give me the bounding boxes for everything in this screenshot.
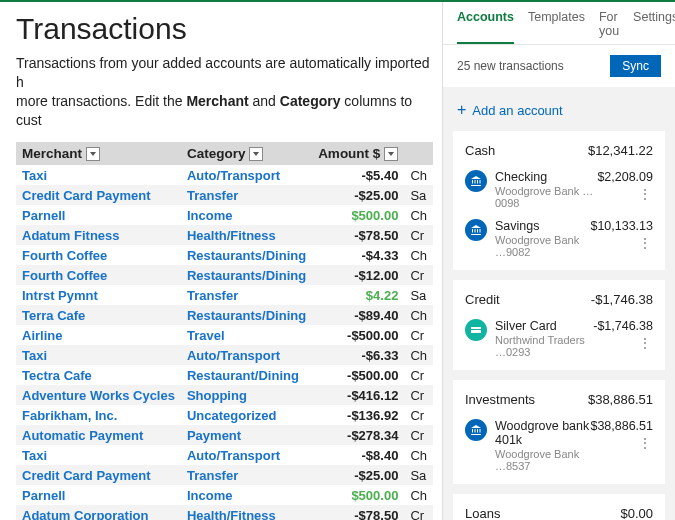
account-balance: $10,133.13 xyxy=(590,219,653,233)
tab-settings[interactable]: Settings xyxy=(633,10,675,44)
cell-merchant[interactable]: Taxi xyxy=(16,445,181,465)
cell-merchant[interactable]: Taxi xyxy=(16,165,181,185)
cell-category[interactable]: Auto/Transport xyxy=(181,445,312,465)
account-name: Checking xyxy=(495,170,597,184)
cell-merchant[interactable]: Fourth Coffee xyxy=(16,265,181,285)
table-row[interactable]: ParnellIncome$500.00Ch xyxy=(16,205,433,225)
group-balance: $12,341.22 xyxy=(588,143,653,158)
cell-category[interactable]: Travel xyxy=(181,325,312,345)
col-amount[interactable]: Amount $ xyxy=(312,142,404,165)
col-payee xyxy=(404,142,433,165)
cell-payee: Sa xyxy=(404,185,433,205)
cell-category[interactable]: Restaurants/Dining xyxy=(181,265,312,285)
cell-merchant[interactable]: Taxi xyxy=(16,345,181,365)
cell-merchant[interactable]: Fourth Coffee xyxy=(16,245,181,265)
account-item[interactable]: SavingsWoodgrove Bank …9082$10,133.13⋮ xyxy=(465,219,653,258)
account-item[interactable]: Woodgrove bank 401kWoodgrove Bank …8537$… xyxy=(465,419,653,472)
cell-merchant[interactable]: Adatum Fitness xyxy=(16,225,181,245)
bank-icon xyxy=(465,419,487,441)
cell-category[interactable]: Auto/Transport xyxy=(181,345,312,365)
col-merchant[interactable]: Merchant xyxy=(16,142,181,165)
cell-merchant[interactable]: Automatic Payment xyxy=(16,425,181,445)
account-item[interactable]: Silver CardNorthwind Traders …0293-$1,74… xyxy=(465,319,653,358)
cell-category[interactable]: Uncategorized xyxy=(181,405,312,425)
table-row[interactable]: Credit Card PaymentTransfer-$25.00Sa xyxy=(16,465,433,485)
table-row[interactable]: Adventure Works CyclesShopping-$416.12Cr xyxy=(16,385,433,405)
table-row[interactable]: TaxiAuto/Transport-$5.40Ch xyxy=(16,165,433,185)
cell-category[interactable]: Health/Fitness xyxy=(181,225,312,245)
cell-payee: Sa xyxy=(404,285,433,305)
dropdown-icon[interactable] xyxy=(249,147,263,161)
tab-for-you[interactable]: For you xyxy=(599,10,619,44)
cell-payee: Cr xyxy=(404,385,433,405)
cell-merchant[interactable]: Terra Cafe xyxy=(16,305,181,325)
cell-merchant[interactable]: Credit Card Payment xyxy=(16,185,181,205)
group-name: Loans xyxy=(465,506,500,520)
cell-merchant[interactable]: Parnell xyxy=(16,205,181,225)
panel-tabs: Accounts Templates For you Settings xyxy=(443,2,675,45)
accounts-panel: Accounts Templates For you Settings 25 n… xyxy=(442,2,675,520)
more-icon[interactable]: ⋮ xyxy=(590,235,653,251)
table-row[interactable]: ParnellIncome$500.00Ch xyxy=(16,485,433,505)
cell-category[interactable]: Restaurants/Dining xyxy=(181,245,312,265)
cell-payee: Cr xyxy=(404,265,433,285)
account-balance: -$1,746.38 xyxy=(593,319,653,333)
cell-payee: Cr xyxy=(404,325,433,345)
cell-amount: $4.22 xyxy=(312,285,404,305)
table-row[interactable]: Adatum CorporationHealth/Fitness-$78.50C… xyxy=(16,505,433,520)
cell-merchant[interactable]: Credit Card Payment xyxy=(16,465,181,485)
cell-merchant[interactable]: Airline xyxy=(16,325,181,345)
table-row[interactable]: Credit Card PaymentTransfer-$25.00Sa xyxy=(16,185,433,205)
cell-payee: Sa xyxy=(404,465,433,485)
cell-payee: Ch xyxy=(404,165,433,185)
cell-category[interactable]: Payment xyxy=(181,425,312,445)
table-row[interactable]: AirlineTravel-$500.00Cr xyxy=(16,325,433,345)
cell-category[interactable]: Income xyxy=(181,205,312,225)
table-row[interactable]: Tectra CafeRestaurant/Dining-$500.00Cr xyxy=(16,365,433,385)
more-icon[interactable]: ⋮ xyxy=(593,335,653,351)
cell-merchant[interactable]: Adventure Works Cycles xyxy=(16,385,181,405)
cell-payee: Ch xyxy=(404,305,433,325)
sync-button[interactable]: Sync xyxy=(610,55,661,77)
table-row[interactable]: Adatum FitnessHealth/Fitness-$78.50Cr xyxy=(16,225,433,245)
cell-category[interactable]: Auto/Transport xyxy=(181,165,312,185)
cell-category[interactable]: Restaurant/Dining xyxy=(181,365,312,385)
cell-amount: -$8.40 xyxy=(312,445,404,465)
table-row[interactable]: Fourth CoffeeRestaurants/Dining-$12.00Cr xyxy=(16,265,433,285)
add-account-link[interactable]: + Add an account xyxy=(453,97,665,131)
plus-icon: + xyxy=(457,101,466,119)
col-category[interactable]: Category xyxy=(181,142,312,165)
cell-category[interactable]: Shopping xyxy=(181,385,312,405)
table-row[interactable]: TaxiAuto/Transport-$8.40Ch xyxy=(16,445,433,465)
more-icon[interactable]: ⋮ xyxy=(590,435,653,451)
group-name: Credit xyxy=(465,292,500,307)
cell-merchant[interactable]: Intrst Pymnt xyxy=(16,285,181,305)
tab-accounts[interactable]: Accounts xyxy=(457,10,514,44)
cell-amount: -$25.00 xyxy=(312,465,404,485)
more-icon[interactable]: ⋮ xyxy=(597,186,653,202)
table-row[interactable]: Automatic PaymentPayment-$278.34Cr xyxy=(16,425,433,445)
cell-merchant[interactable]: Fabrikham, Inc. xyxy=(16,405,181,425)
table-row[interactable]: Fourth CoffeeRestaurants/Dining-$4.33Ch xyxy=(16,245,433,265)
cell-merchant[interactable]: Adatum Corporation xyxy=(16,505,181,520)
account-group: Cash$12,341.22CheckingWoodgrove Bank …00… xyxy=(453,131,665,270)
cell-payee: Cr xyxy=(404,425,433,445)
table-row[interactable]: Fabrikham, Inc.Uncategorized-$136.92Cr xyxy=(16,405,433,425)
cell-category[interactable]: Transfer xyxy=(181,285,312,305)
account-item[interactable]: CheckingWoodgrove Bank …0098$2,208.09⋮ xyxy=(465,170,653,209)
tab-templates[interactable]: Templates xyxy=(528,10,585,44)
cell-category[interactable]: Restaurants/Dining xyxy=(181,305,312,325)
bank-icon xyxy=(465,170,487,192)
cell-category[interactable]: Income xyxy=(181,485,312,505)
cell-merchant[interactable]: Tectra Cafe xyxy=(16,365,181,385)
table-row[interactable]: Terra CafeRestaurants/Dining-$89.40Ch xyxy=(16,305,433,325)
table-row[interactable]: TaxiAuto/Transport-$6.33Ch xyxy=(16,345,433,365)
dropdown-icon[interactable] xyxy=(384,147,398,161)
dropdown-icon[interactable] xyxy=(86,147,100,161)
cell-category[interactable]: Transfer xyxy=(181,185,312,205)
cell-payee: Cr xyxy=(404,225,433,245)
cell-category[interactable]: Transfer xyxy=(181,465,312,485)
cell-merchant[interactable]: Parnell xyxy=(16,485,181,505)
cell-category[interactable]: Health/Fitness xyxy=(181,505,312,520)
table-row[interactable]: Intrst PymntTransfer$4.22Sa xyxy=(16,285,433,305)
